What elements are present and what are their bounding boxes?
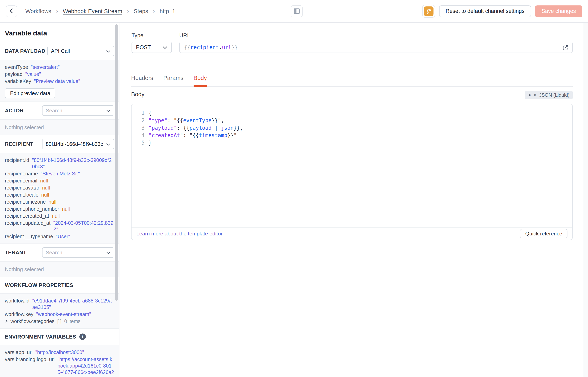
breadcrumb-steps[interactable]: Steps bbox=[134, 8, 148, 14]
kv-key: workflow.key bbox=[5, 311, 34, 317]
tab-params[interactable]: Params bbox=[163, 75, 184, 87]
code-line[interactable]: 4"createdAt": "{{timestamp}}" bbox=[131, 132, 572, 139]
kv-key: recipient.locale bbox=[5, 191, 38, 198]
code-token: "payload" bbox=[148, 125, 177, 131]
template-code-editor: 1{2"type": "{{eventType}}",3"payload": {… bbox=[131, 104, 573, 240]
editor-mode-label: JSON (Liquid) bbox=[539, 92, 569, 98]
recipient-selected-value: 80f1f4bf-166d-48f9-b33c bbox=[46, 141, 103, 147]
data-payload-label: DATA PAYLOAD bbox=[5, 48, 45, 54]
code-line[interactable]: 2"type": "{{eventType}}", bbox=[131, 117, 572, 124]
quick-reference-button[interactable]: Quick reference bbox=[520, 229, 567, 238]
template-editor-docs-link[interactable]: Learn more about the template editor bbox=[136, 231, 223, 237]
code-line[interactable]: 1{ bbox=[131, 109, 572, 117]
code-token: {{ bbox=[183, 125, 189, 131]
kv-row: recipient.emailnull bbox=[5, 177, 114, 184]
tab-body[interactable]: Body bbox=[194, 75, 207, 87]
code-token: . bbox=[219, 44, 222, 50]
kv-key: recipient.updated_at bbox=[5, 220, 51, 233]
breadcrumb-separator: › bbox=[153, 8, 155, 14]
line-number: 1 bbox=[131, 109, 148, 117]
code-token: " bbox=[174, 118, 177, 123]
workflow-kv-list: workflow.id"e91ddae4-7f99-45cb-a688-3c12… bbox=[5, 297, 114, 317]
chevron-right-icon[interactable] bbox=[5, 319, 8, 323]
kv-value: null bbox=[62, 206, 70, 212]
kv-row: vars.branding.logo_url"https://account-a… bbox=[5, 356, 114, 377]
type-label: Type bbox=[131, 32, 172, 39]
data-payload-select[interactable]: API Call bbox=[47, 46, 114, 56]
tenant-search-select[interactable]: Search... bbox=[42, 247, 114, 258]
code-token: }} bbox=[212, 118, 218, 123]
method-select[interactable]: POST bbox=[131, 42, 172, 53]
toggle-sidebar-button[interactable] bbox=[291, 5, 303, 17]
request-tabs: Headers Params Body bbox=[131, 75, 573, 87]
page-scrollbar[interactable] bbox=[583, 23, 588, 377]
kv-key: variableKey bbox=[5, 78, 31, 84]
workflow-properties-title: WORKFLOW PROPERTIES bbox=[5, 282, 73, 288]
kv-row: recipient.updated_at"2024-03-05T00:42:29… bbox=[5, 220, 114, 233]
edit-preview-data-button[interactable]: Edit preview data bbox=[5, 88, 55, 98]
back-button[interactable] bbox=[6, 5, 17, 17]
tab-headers[interactable]: Headers bbox=[131, 75, 153, 87]
editor-footer: Learn more about the template editor Qui… bbox=[131, 227, 572, 240]
recipient-label: RECIPIENT bbox=[5, 141, 33, 147]
data-payload-preview-panel: eventType"server:alert"payload"value"var… bbox=[0, 60, 119, 102]
recipient-row: RECIPIENT 80f1f4bf-166d-48f9-b33c bbox=[0, 135, 119, 153]
code-token: { bbox=[148, 110, 152, 116]
chevron-left-icon bbox=[9, 8, 14, 14]
code-line[interactable]: 3"payload": {{payload | json}}, bbox=[131, 124, 572, 132]
code-line-content: { bbox=[148, 109, 152, 117]
code-token: {{ bbox=[177, 118, 183, 123]
recipient-select[interactable]: 80f1f4bf-166d-48f9-b33c bbox=[42, 139, 114, 149]
workflow-categories-row[interactable]: workflow.categories [ ] 0 items bbox=[5, 318, 114, 324]
code-token: {{ bbox=[184, 44, 190, 50]
info-icon[interactable]: i bbox=[79, 333, 86, 340]
kv-key: recipient.id bbox=[5, 157, 29, 170]
kv-key: payload bbox=[5, 71, 23, 77]
code-token: {{ bbox=[193, 132, 199, 138]
tenant-empty-panel: Nothing selected bbox=[0, 262, 119, 277]
actor-empty-state: Nothing selected bbox=[5, 123, 114, 132]
code-token: url bbox=[222, 44, 231, 50]
workflow-categories-brackets: [ ] bbox=[57, 318, 61, 324]
data-payload-selected-value: API Call bbox=[51, 48, 70, 54]
code-token: }} bbox=[227, 132, 234, 138]
kv-row: recipient.phone_numbernull bbox=[5, 206, 114, 212]
kv-row: recipient.avatarnull bbox=[5, 185, 114, 191]
body-section-label: Body bbox=[131, 91, 144, 99]
request-config-row: Type POST URL {{recipient.url}} bbox=[131, 32, 573, 53]
uncommitted-changes-button[interactable] bbox=[422, 5, 435, 18]
code-token: json bbox=[221, 125, 234, 131]
breadcrumb-workflows[interactable]: Workflows bbox=[25, 8, 51, 14]
kv-value: "80f1f4bf-166d-48f9-b33c-39009df20bc3" bbox=[32, 157, 114, 170]
kv-value: null bbox=[52, 213, 60, 219]
kv-key: workflow.id bbox=[5, 297, 29, 310]
kv-key: recipient.__typename bbox=[5, 233, 53, 240]
variable-data-sidebar: Variable data DATA PAYLOAD API Call even… bbox=[0, 23, 119, 377]
kv-value: null bbox=[48, 199, 56, 205]
save-changes-button[interactable]: Save changes bbox=[535, 5, 582, 17]
code-token: } bbox=[148, 140, 152, 146]
code-area[interactable]: 1{2"type": "{{eventType}}",3"payload": {… bbox=[131, 104, 572, 227]
topbar-actions: Reset to default channel settings Save c… bbox=[422, 5, 582, 18]
workflow-properties-heading: WORKFLOW PROPERTIES bbox=[0, 277, 119, 293]
kv-value: "https://account-assets.knock.app/42d161… bbox=[58, 356, 114, 377]
breadcrumb-workflow-name[interactable]: Webhook Event Stream bbox=[63, 8, 122, 14]
editor-mode-badge: < > JSON (Liquid) bbox=[525, 91, 573, 99]
git-branch-icon bbox=[424, 6, 434, 16]
reset-channel-settings-button[interactable]: Reset to default channel settings bbox=[439, 5, 531, 17]
kv-key: recipient.phone_number bbox=[5, 206, 59, 212]
actor-search-select[interactable]: Search... bbox=[42, 105, 114, 116]
data-payload-row: DATA PAYLOAD API Call bbox=[0, 42, 119, 60]
code-line[interactable]: 5} bbox=[131, 139, 572, 147]
breadcrumb-separator: › bbox=[127, 8, 129, 14]
kv-value: "e91ddae4-7f99-45cb-a688-3c129aae3105" bbox=[32, 297, 114, 310]
code-line-content: "payload": {{payload | json}}, bbox=[148, 124, 243, 132]
tenant-label: TENANT bbox=[5, 249, 26, 256]
url-input[interactable]: {{recipient.url}} bbox=[179, 42, 573, 53]
kv-value: "http://localhost:3000" bbox=[35, 349, 84, 355]
external-link-icon[interactable] bbox=[562, 44, 569, 53]
kv-key: recipient.avatar bbox=[5, 185, 39, 191]
code-token: : bbox=[167, 118, 174, 123]
environment-variables-title: ENVIRONMENT VARIABLES bbox=[5, 334, 76, 340]
sidebar-scrollbar[interactable] bbox=[115, 24, 118, 301]
